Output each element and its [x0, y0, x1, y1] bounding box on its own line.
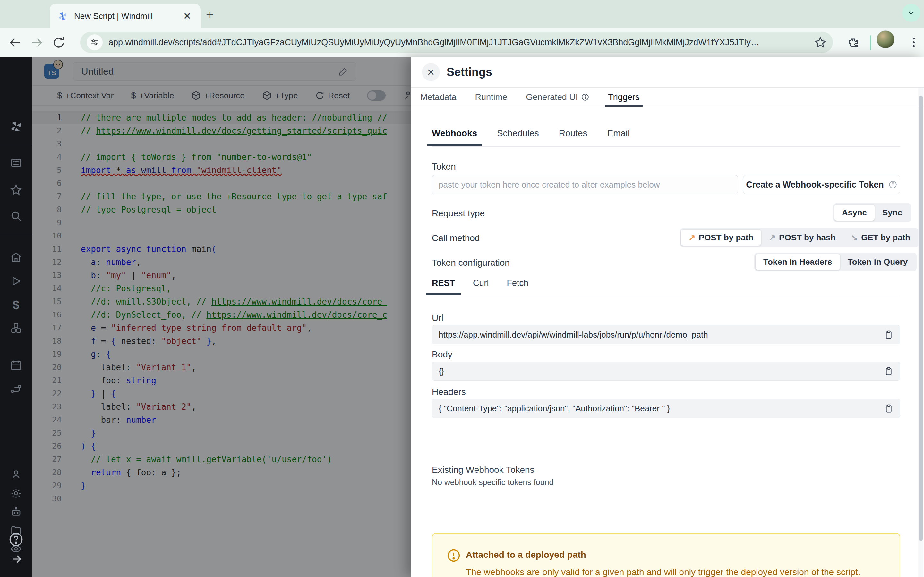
- divider: [432, 147, 900, 147]
- info-icon: [888, 180, 897, 189]
- sidebar-item-schedules[interactable]: [0, 359, 32, 371]
- request-type-label: Request type: [432, 208, 485, 219]
- info-icon: [581, 93, 590, 101]
- tab-triggers[interactable]: Triggers: [608, 87, 640, 107]
- request-type-segment: Async Sync: [833, 203, 911, 222]
- tab-close-icon[interactable]: ✕: [181, 11, 194, 21]
- option-token-in-headers[interactable]: Token in Headers: [756, 254, 840, 270]
- back-button[interactable]: [8, 36, 22, 49]
- tab-schedules[interactable]: Schedules: [497, 128, 539, 145]
- warning-body: The webhooks are only valid for a given …: [466, 567, 861, 577]
- sidebar-item-variables[interactable]: $: [0, 298, 32, 312]
- tab-runtime[interactable]: Runtime: [475, 87, 507, 107]
- headers-field[interactable]: { "Content-Type": "application/json", "A…: [432, 399, 900, 418]
- tab-title: New Script | Windmill: [74, 11, 181, 21]
- alert-circle-icon: [447, 548, 461, 562]
- url-bar[interactable]: app.windmill.dev/scripts/add#JTdCJTIyaGF…: [80, 32, 833, 53]
- option-token-in-query[interactable]: Token in Query: [840, 254, 915, 270]
- url-text[interactable]: app.windmill.dev/scripts/add#JTdCJTIyaGF…: [108, 37, 808, 47]
- url-label: Url: [432, 313, 443, 323]
- headers-value: { "Content-Type": "application/json", "A…: [439, 404, 884, 414]
- browser-toolbar: app.windmill.dev/scripts/add#JTdCJTIyaGF…: [0, 28, 924, 57]
- sidebar-item-users[interactable]: [0, 469, 32, 480]
- token-input[interactable]: [432, 175, 738, 194]
- tab-routes[interactable]: Routes: [559, 128, 588, 145]
- tab-email[interactable]: Email: [607, 128, 630, 145]
- body-label: Body: [432, 350, 452, 359]
- drawer-title: Settings: [447, 65, 492, 79]
- settings-tabs: Metadata Runtime Generated UI Triggers: [420, 87, 640, 107]
- token-config-segment: Token in Headers Token in Query: [754, 253, 917, 271]
- browser-chrome: New Script | Windmill ✕ + app.windmill.d…: [0, 0, 924, 57]
- sidebar-item-search[interactable]: [0, 210, 32, 222]
- close-drawer-button[interactable]: ✕: [422, 63, 440, 81]
- copy-icon[interactable]: [884, 366, 893, 376]
- browser-menu-icon[interactable]: [907, 35, 921, 49]
- arrow-up-right-icon: ↗: [769, 233, 776, 243]
- warning-title: Attached to a deployed path: [466, 550, 586, 560]
- reload-button[interactable]: [52, 36, 65, 49]
- body-value: {}: [439, 366, 884, 376]
- arrow-up-right-icon: ↗: [688, 233, 696, 243]
- sidebar-item-workspace[interactable]: [0, 157, 32, 169]
- toolbar-separator: [870, 35, 871, 50]
- tab-webhooks[interactable]: Webhooks: [432, 128, 477, 145]
- option-post-by-hash[interactable]: ↗ POST by hash: [761, 229, 843, 245]
- sidebar-item-runs[interactable]: [0, 276, 32, 287]
- tab-generated-ui[interactable]: Generated UI: [526, 87, 590, 107]
- trigger-tabs: Webhooks Schedules Routes Email: [432, 128, 630, 145]
- bookmark-star-icon[interactable]: [814, 36, 827, 48]
- sidebar: $: [0, 57, 32, 577]
- windmill-app: $ TS: [0, 57, 924, 577]
- new-tab-button[interactable]: +: [206, 8, 214, 22]
- example-tabs: REST Curl Fetch: [432, 278, 528, 295]
- tab-fetch[interactable]: Fetch: [507, 278, 529, 295]
- drawer-backdrop[interactable]: [32, 57, 411, 577]
- url-value: https://app.windmill.dev/api/w/windmill-…: [439, 330, 884, 340]
- sidebar-item-routes[interactable]: [0, 383, 32, 395]
- tab-strip: New Script | Windmill ✕ +: [0, 0, 924, 28]
- option-async[interactable]: Async: [834, 205, 875, 221]
- create-webhook-token-button[interactable]: Create a Webhook-specific Token: [743, 175, 900, 194]
- sidebar-item-resources[interactable]: [0, 322, 32, 334]
- sidebar-divider: [0, 144, 32, 144]
- drawer-scrollbar[interactable]: [918, 87, 923, 577]
- option-sync[interactable]: Sync: [875, 205, 910, 221]
- existing-tokens-heading: Existing Webhook Tokens: [432, 465, 535, 475]
- call-method-label: Call method: [432, 233, 480, 243]
- option-get-by-path[interactable]: ↘ GET by path: [843, 229, 918, 245]
- browser-tab[interactable]: New Script | Windmill ✕: [50, 4, 200, 28]
- body-field[interactable]: {}: [432, 362, 900, 381]
- url-field[interactable]: https://app.windmill.dev/api/w/windmill-…: [432, 325, 900, 344]
- sidebar-item-workers[interactable]: [0, 506, 32, 518]
- scrollbar-thumb[interactable]: [919, 95, 923, 541]
- option-post-by-path[interactable]: ↗ POST by path: [681, 229, 761, 245]
- headers-label: Headers: [432, 387, 466, 397]
- divider: [411, 107, 924, 107]
- sidebar-item-settings[interactable]: [0, 488, 32, 499]
- arrow-down-right-icon: ↘: [851, 233, 858, 243]
- forward-button[interactable]: [30, 36, 44, 49]
- tab-curl[interactable]: Curl: [473, 278, 489, 295]
- chevron-down-icon: [907, 9, 915, 17]
- windmill-logo-icon[interactable]: [0, 119, 32, 134]
- windmill-favicon-icon: [57, 10, 68, 22]
- call-method-segment: ↗ POST by path ↗ POST by hash ↘ GET by p…: [680, 228, 919, 247]
- token-config-label: Token configuration: [432, 258, 510, 268]
- sidebar-item-home[interactable]: [0, 251, 32, 263]
- sidebar-item-favorites[interactable]: [0, 184, 32, 196]
- copy-icon[interactable]: [884, 404, 893, 413]
- window-chevron-button[interactable]: [902, 4, 920, 22]
- profile-avatar[interactable]: [877, 31, 895, 48]
- site-settings-icon[interactable]: [87, 34, 103, 50]
- extensions-icon[interactable]: [847, 37, 860, 49]
- token-label: Token: [432, 161, 456, 172]
- divider: [432, 295, 900, 296]
- existing-tokens-empty: No webhook specific tokens found: [432, 478, 553, 487]
- help-icon[interactable]: [8, 532, 24, 548]
- tab-metadata[interactable]: Metadata: [420, 87, 457, 107]
- expand-sidebar-icon[interactable]: [10, 552, 24, 566]
- tab-rest[interactable]: REST: [432, 278, 455, 295]
- settings-drawer: ✕ Settings Metadata Runtime Generated UI…: [411, 57, 924, 577]
- copy-icon[interactable]: [884, 330, 893, 340]
